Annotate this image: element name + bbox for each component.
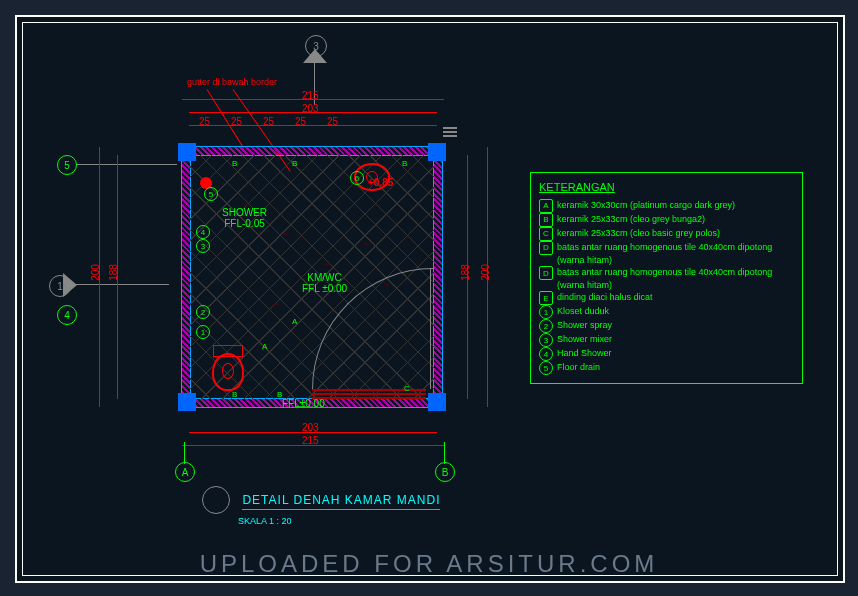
dim-top-inner: 203 <box>302 103 319 114</box>
legend-item: Akeramik 30x30cm (platinum cargo dark gr… <box>539 199 794 213</box>
legend-symbol: D <box>539 241 553 255</box>
grid-marker-5: 5 <box>57 155 77 175</box>
legend-box: KETERANGAN Akeramik 30x30cm (platinum ca… <box>530 172 803 384</box>
grid-marker-4: 4 <box>57 305 77 325</box>
legend-symbol: C <box>539 227 553 241</box>
legend-item: 1Kloset duduk <box>539 305 794 319</box>
floor-plan: +0.85 ～ ～ ～ ～ ～ ～ SHOWER FFL-0.05 KM/WC … <box>182 147 442 407</box>
section-num: 1 <box>57 281 63 292</box>
sink-level: +0.85 <box>368 177 393 188</box>
section-marker-top: 3 <box>305 35 325 55</box>
legend-symbol: 2 <box>539 319 553 333</box>
section-marker-left: 1 <box>49 275 69 295</box>
watermark: UPLOADED FOR ARSITUR.COM <box>0 550 858 578</box>
kmwc-label: KM/WC FFL ±0.00 <box>302 272 347 294</box>
legend-symbol: D <box>539 266 553 280</box>
legend-symbol: B <box>539 213 553 227</box>
shower-label: SHOWER FFL-0.05 <box>222 207 267 229</box>
drawing-title: DETAIL DENAH KAMAR MANDI SKALA 1 : 20 <box>202 486 440 526</box>
legend-item: Edinding diaci halus dicat <box>539 291 794 305</box>
legend-item: Bkeramik 25x33cm (cleo grey bunga2) <box>539 213 794 227</box>
dim-top-outer: 215 <box>302 90 319 101</box>
legend-symbol: 4 <box>539 347 553 361</box>
toilet-icon <box>212 347 242 387</box>
legend-item: Dbatas antar ruang homogenous tile 40x40… <box>539 266 794 291</box>
legend-item: 5Floor drain <box>539 361 794 375</box>
legend-item: 4Hand Shower <box>539 347 794 361</box>
dim-left-inner: 188 <box>108 264 119 281</box>
drawing-frame: 3 1 4 5 gutter di bawah border 215 203 2… <box>15 15 845 583</box>
legend-symbol: 5 <box>539 361 553 375</box>
grid-b: B <box>435 462 455 482</box>
legend-item: 3Shower mixer <box>539 333 794 347</box>
legend-symbol: A <box>539 199 553 213</box>
legend-symbol: 3 <box>539 333 553 347</box>
legend-item: Ckeramik 25x33cm (cleo basic grey polos) <box>539 227 794 241</box>
grid-a: A <box>175 462 195 482</box>
legend-item: Dbatas antar ruang homogenous tile 40x40… <box>539 241 794 266</box>
legend-item: 2Shower spray <box>539 319 794 333</box>
gutter-note: gutter di bawah border <box>187 77 277 87</box>
ffl-bottom: FFL±0.00 <box>282 398 325 409</box>
dim-left-outer: 200 <box>90 264 101 281</box>
legend-symbol: E <box>539 291 553 305</box>
legend-title: KETERANGAN <box>539 181 794 193</box>
legend-symbol: 1 <box>539 305 553 319</box>
